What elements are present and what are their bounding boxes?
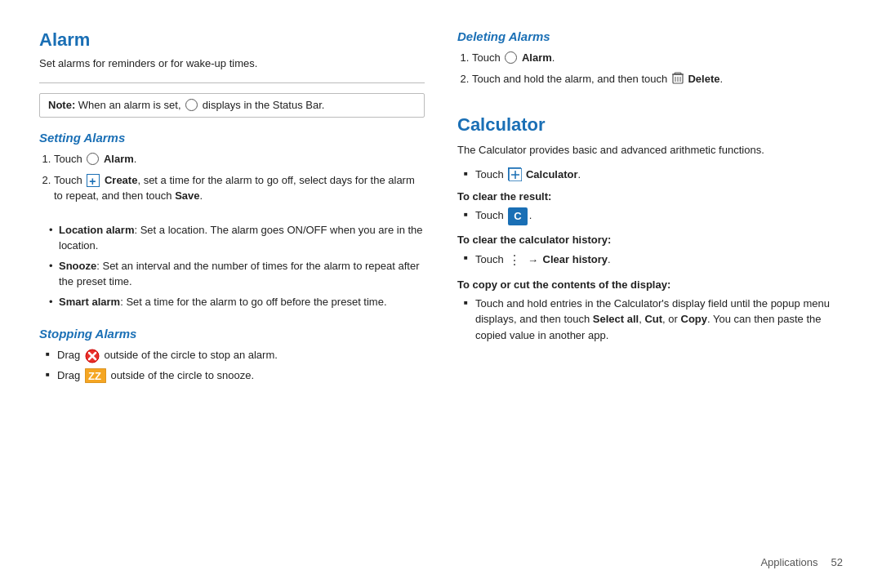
- delete-label: Delete: [688, 73, 719, 85]
- deleting-alarms-steps: Touch Alarm. Touch and hold the alarm, a…: [472, 50, 843, 93]
- alarm-status-icon: [185, 99, 198, 111]
- calculator-intro: The Calculator provides basic and advanc…: [457, 142, 843, 158]
- create-icon: [87, 174, 100, 187]
- calculator-bullet-list: Touch Calculator.: [464, 167, 843, 183]
- setting-alarms-heading: Setting Alarms: [39, 131, 425, 145]
- sub-bullet-smart: Smart alarm: Set a time for the alarm to…: [47, 294, 425, 310]
- alarm-icon-step1: [87, 153, 99, 165]
- alarm-subtitle: Set alarms for reminders or for wake-up …: [39, 57, 425, 69]
- left-column: Alarm Set alarms for reminders or for wa…: [39, 29, 425, 559]
- clear-history-heading: To clear the calculator history:: [457, 234, 843, 246]
- calculator-label: Calculator: [526, 168, 578, 180]
- note-text2: displays in the Status Bar.: [203, 99, 325, 111]
- clear-result-item: Touch C.: [464, 207, 843, 225]
- del-step-1: Touch Alarm.: [472, 50, 843, 66]
- deleting-alarms-heading: Deleting Alarms: [457, 29, 843, 43]
- calculator-title: Calculator: [457, 114, 843, 136]
- clear-history-list: Touch ⋮ → Clear history.: [464, 251, 843, 270]
- delete-icon: [672, 71, 684, 89]
- del-step-2: Touch and hold the alarm, and then touch…: [472, 71, 843, 89]
- divider: [39, 82, 425, 83]
- stopping-alarms-heading: Stopping Alarms: [39, 327, 425, 341]
- note-text: When an alarm is set,: [78, 99, 184, 111]
- alarm-label-del-step1: Alarm: [522, 51, 552, 64]
- page-footer: Applications 52: [760, 556, 843, 568]
- svg-text:ZZ: ZZ: [88, 370, 101, 382]
- sub-bullet-snooze: Snooze: Set an interval and the number o…: [47, 258, 425, 290]
- stopping-alarms-list: Drag outside of the circle to stop an al…: [46, 347, 425, 387]
- right-column: Deleting Alarms Touch Alarm. Touch and h…: [457, 29, 843, 559]
- calc-icon: [508, 167, 521, 180]
- stop-item-1: Drag outside of the circle to stop an al…: [46, 347, 425, 363]
- setting-alarms-steps: Touch Alarm. Touch Create, set a time fo…: [54, 151, 425, 209]
- calculator-section: Calculator The Calculator provides basic…: [457, 114, 843, 351]
- sub-bullets: Location alarm: Set a location. The alar…: [47, 222, 425, 314]
- step-1: Touch Alarm.: [54, 151, 425, 167]
- arrow-icon: →: [528, 252, 538, 269]
- clear-result-heading: To clear the result:: [457, 190, 843, 203]
- footer-label: Applications: [760, 556, 817, 568]
- step-2: Touch Create, set a time for the alarm t…: [54, 172, 425, 204]
- alarm-label-step1: Alarm: [104, 153, 134, 165]
- copy-cut-list: Touch and hold entries in the Calculator…: [464, 296, 843, 344]
- copy-cut-heading: To copy or cut the contents of the displ…: [457, 278, 843, 291]
- alarm-icon-del-step1: [505, 51, 517, 64]
- create-label: Create: [105, 174, 137, 186]
- save-label: Save: [175, 189, 199, 202]
- page-number: 52: [831, 556, 843, 568]
- calc-bullet-1: Touch Calculator.: [464, 167, 843, 183]
- x-icon: [85, 349, 100, 363]
- clear-history-item: Touch ⋮ → Clear history.: [464, 251, 843, 270]
- copy-cut-item: Touch and hold entries in the Calculator…: [464, 296, 843, 344]
- sub-bullet-location: Location alarm: Set a location. The alar…: [47, 222, 425, 254]
- dots-icon: ⋮: [508, 251, 521, 270]
- note-label: Note:: [48, 99, 75, 111]
- clear-result-list: Touch C.: [464, 207, 843, 225]
- stop-item-2: Drag ZZ outside of the circle to snooze.: [46, 368, 425, 384]
- clear-history-label: Clear history: [543, 253, 608, 265]
- zz-icon: ZZ: [85, 368, 106, 383]
- c-badge: C: [508, 207, 527, 225]
- note-box: Note: When an alarm is set, displays in …: [39, 93, 425, 118]
- alarm-title: Alarm: [39, 29, 425, 51]
